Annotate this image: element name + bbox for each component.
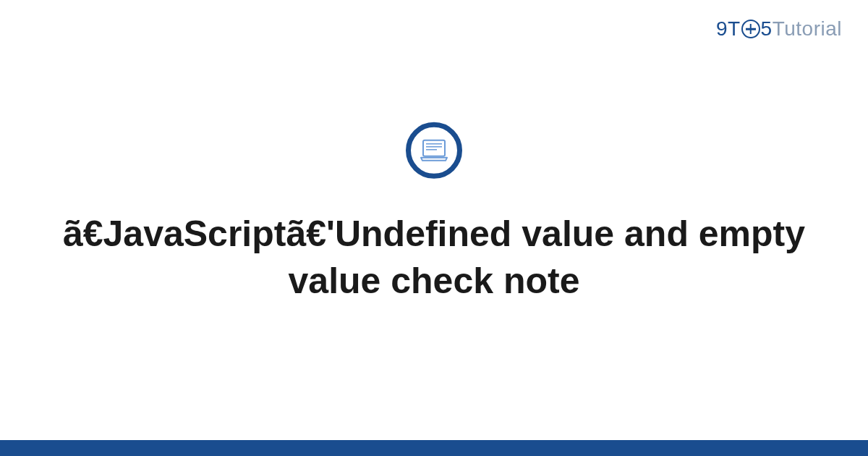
site-logo: 9T 5 Tutorial (716, 17, 842, 41)
logo-circle-icon (741, 20, 760, 38)
logo-text-9t: 9T (716, 17, 741, 41)
svg-rect-0 (423, 140, 445, 156)
logo-text-5: 5 (761, 17, 773, 41)
laptop-icon-circle (406, 122, 462, 179)
main-content: ã€JavaScriptã€'Undefined value and empty… (0, 122, 868, 305)
logo-text-tutorial: Tutorial (773, 17, 842, 41)
laptop-icon (420, 139, 448, 162)
page-title: ã€JavaScriptã€'Undefined value and empty… (0, 211, 868, 305)
footer-bar (0, 440, 868, 456)
